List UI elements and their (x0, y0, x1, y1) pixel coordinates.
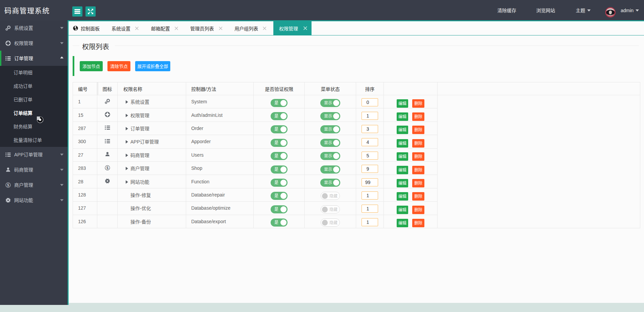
svg-text:$: $ (7, 183, 9, 187)
svg-text:$: $ (106, 165, 108, 170)
